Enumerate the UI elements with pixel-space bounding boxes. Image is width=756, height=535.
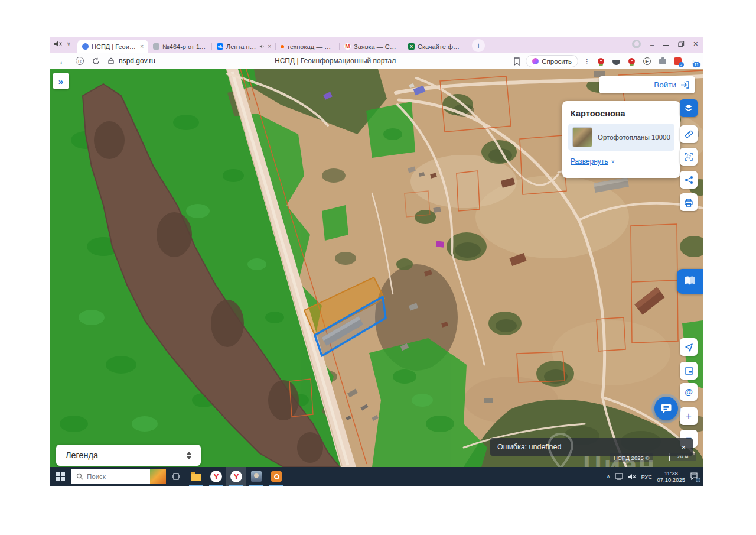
address-bar: ← R nspd.gov.ru НСПД | Геоинформационный… (50, 53, 703, 69)
tab-news-feed[interactable]: vk Лента новостей × (212, 40, 276, 53)
tab-title: Скачайте файл — преобр (418, 43, 462, 50)
measure-button[interactable] (680, 125, 698, 143)
bookmark-icon[interactable] (513, 57, 520, 66)
layer-label: Ортофотопланы 10000 (598, 134, 670, 141)
login-icon (680, 81, 689, 89)
basemap-panel: Картооснова Ортофотопланы 10000 Разверну… (562, 101, 680, 178)
basemap-layer-item[interactable]: Ортофотопланы 10000 (568, 124, 674, 151)
vk-favicon: vk (217, 43, 223, 50)
at-icon: @ (685, 387, 693, 397)
overview-map-button[interactable] (680, 362, 698, 380)
coordinates-button[interactable]: @ (680, 383, 698, 401)
overflow-menu-icon[interactable]: ⋮ (584, 57, 591, 66)
orange-app-button[interactable] (266, 467, 286, 486)
lock-icon[interactable] (108, 57, 114, 64)
nspd-favicon (82, 43, 89, 50)
profile-avatar[interactable] (632, 40, 641, 48)
area-select-icon (684, 152, 693, 161)
plus-icon: + (686, 410, 692, 422)
downloads-icon[interactable]: ↓ 11 (688, 56, 698, 66)
yandex-browser-button[interactable]: Y (206, 467, 226, 486)
extension-puzzle-icon[interactable] (657, 56, 667, 66)
print-button[interactable] (680, 193, 698, 211)
yandex-icon: Y (210, 471, 222, 482)
layers-button[interactable] (680, 99, 698, 117)
action-center-button[interactable] (690, 472, 698, 481)
legend-bar[interactable]: Легенда (56, 445, 201, 466)
tray-date: 07.10.2025 (657, 476, 685, 483)
orange-app-icon (271, 471, 282, 482)
legend-stepper[interactable] (187, 452, 191, 459)
toast-close-icon[interactable]: × (681, 443, 686, 452)
downloads-badge: 11 (692, 61, 701, 68)
global-mute-icon[interactable] (54, 40, 62, 47)
taskbar-search[interactable] (71, 469, 166, 484)
url-text[interactable]: nspd.gov.ru (119, 57, 155, 65)
tab-document-464[interactable]: №464-р от 11.09.25 (148, 40, 212, 53)
chat-bubble-icon (660, 403, 672, 414)
feedback-edge-tab[interactable] (677, 269, 703, 294)
task-view-button[interactable] (166, 467, 186, 486)
refresh-icon[interactable] (92, 57, 100, 65)
map-canvas[interactable]: » Войти Картооснова Ортофотопланы 10000 … (50, 69, 703, 467)
ask-label: Спросить (542, 58, 572, 65)
browser-menu-icon[interactable]: ≡ (650, 40, 654, 48)
extension-pdf-icon[interactable] (673, 56, 683, 66)
print-icon (684, 198, 693, 207)
basemap-panel-title: Картооснова (562, 101, 680, 124)
extension-flower2-icon[interactable] (627, 56, 637, 66)
tab-nspd[interactable]: НСПД | Геоинформаци × (77, 40, 148, 53)
windows-taskbar: Y Y ∧ РУС 11:38 07.10.2025 (50, 467, 703, 486)
tab-title: №464-р от 11.09.25 (162, 43, 207, 50)
tab-title: технокад — Яндекс: наш (287, 43, 335, 50)
clock[interactable]: 11:38 07.10.2025 (657, 470, 685, 483)
tab-audio-icon[interactable] (259, 44, 265, 49)
yandex-browser-active-button[interactable]: Y (226, 467, 246, 486)
search-highlight-thumbnail[interactable] (150, 469, 166, 484)
tab-download-file[interactable]: X Скачайте файл — преобр (403, 40, 467, 53)
ruler-icon (684, 129, 694, 140)
extension-flower-icon[interactable] (596, 56, 606, 66)
chevron-down-icon: ∨ (611, 158, 615, 164)
tray-expand-icon[interactable]: ∧ (607, 474, 611, 479)
zoom-in-button[interactable]: + (680, 407, 698, 425)
sidebar-expand-button[interactable]: » (53, 73, 69, 89)
folder-icon (191, 474, 201, 481)
login-bar[interactable]: Войти (599, 76, 695, 93)
feedback-book-icon (683, 275, 696, 287)
locate-button[interactable] (680, 338, 698, 356)
legend-label: Легенда (66, 450, 98, 460)
network-icon[interactable] (615, 473, 623, 480)
tab-close-icon[interactable]: × (268, 43, 271, 50)
expand-label: Развернуть (571, 157, 608, 166)
task-view-icon (171, 472, 181, 481)
start-button[interactable] (50, 467, 70, 486)
restore-button[interactable] (678, 41, 685, 47)
minimize-button[interactable] (663, 45, 669, 46)
new-tab-button[interactable]: + (472, 39, 485, 52)
volume-muted-icon[interactable] (628, 474, 636, 480)
extension-pocket-icon[interactable] (611, 56, 621, 66)
tab-list-chevron-icon[interactable]: ∨ (67, 41, 71, 47)
close-window-button[interactable]: × (693, 39, 698, 48)
photo-app-button[interactable] (246, 467, 266, 486)
taskbar-search-input[interactable] (86, 472, 145, 481)
tab-close-icon[interactable]: × (140, 43, 144, 50)
share-button[interactable] (680, 171, 698, 189)
language-indicator[interactable]: РУС (641, 474, 652, 480)
chat-button[interactable] (654, 397, 678, 420)
extension-video-icon[interactable]: ▶ (642, 56, 652, 66)
tab-technokad[interactable]: технокад — Яндекс: наш (276, 40, 340, 53)
system-tray: ∧ РУС 11:38 07.10.2025 (607, 470, 703, 483)
site-protect-icon[interactable]: R (76, 57, 84, 65)
ask-ai-button[interactable]: Спросить (526, 55, 578, 67)
tab-zayavka[interactable]: M Заявка — Список заявок (340, 40, 403, 53)
area-select-button[interactable] (680, 148, 698, 166)
back-icon[interactable]: ← (58, 56, 67, 66)
alice-icon (532, 58, 539, 64)
page-title: НСПД | Геоинформационный портал (275, 57, 396, 65)
tab-bar: ∨ НСПД | Геоинформаци × №464-р от 11.09.… (50, 37, 703, 53)
basemap-expand-link[interactable]: Развернуть ∨ (562, 151, 680, 172)
tab-title: Лента новостей (226, 43, 256, 50)
file-explorer-button[interactable] (186, 467, 206, 486)
